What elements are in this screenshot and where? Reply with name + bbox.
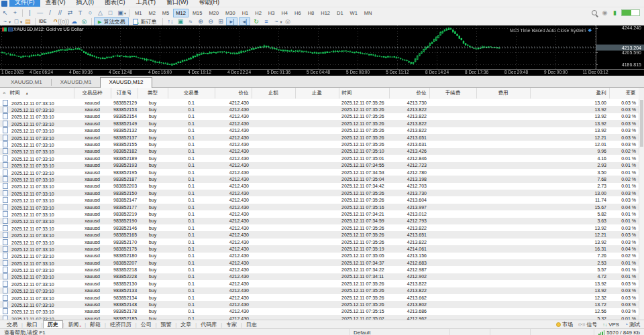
cursor-icon[interactable]: ↖ bbox=[0, 9, 10, 16]
menu-2[interactable]: 查看(V) bbox=[40, 0, 71, 7]
table-row[interactable]: 2025.12.11 07:33:10xauusd983852148buy0.1… bbox=[0, 301, 639, 308]
toolbox-tab-5[interactable]: 邮箱 bbox=[86, 321, 105, 328]
favorites-icon[interactable]: ◎ bbox=[282, 18, 292, 25]
table-row[interactable]: 2025.12.11 07:33:10xauusd983852134buy0.1… bbox=[0, 294, 639, 301]
menu-1[interactable]: 文件(F) bbox=[9, 0, 40, 7]
table-row[interactable]: 2025.12.11 07:33:10xauusd983852150buy0.1… bbox=[0, 190, 639, 196]
timeframe-m15[interactable]: M15 bbox=[190, 9, 205, 17]
column-header-volume[interactable]: 交易量 bbox=[168, 88, 215, 98]
table-row[interactable]: 2025.12.11 07:33:10xauusd983852146buy0.1… bbox=[0, 224, 639, 231]
column-header-close-price[interactable]: 价位 bbox=[389, 88, 429, 98]
vps-button[interactable]: ↑↓VPS bbox=[602, 322, 619, 328]
timeframe-d1[interactable]: D1 bbox=[334, 9, 346, 17]
toolbox-tab-9[interactable]: 文章 bbox=[176, 321, 195, 328]
table-row[interactable]: 2025.12.11 07:33:10xauusd983852193buy0.1… bbox=[0, 162, 639, 169]
tester-button[interactable]: ◔测试 bbox=[625, 321, 640, 328]
table-row[interactable]: 2025.12.11 07:33:10xauusd983852203buy0.1… bbox=[0, 183, 639, 190]
table-row[interactable]: 2025.12.11 07:33:10xauusd983852129buy0.1… bbox=[0, 99, 639, 106]
timeframe-m30[interactable]: M30 bbox=[223, 9, 238, 17]
table-row[interactable]: 2025.12.11 07:33:10xauusd983852182buy0.1… bbox=[0, 148, 639, 155]
table-row[interactable]: 2025.12.11 07:33:10xauusd983852195buy0.1… bbox=[0, 169, 639, 176]
column-header-symbol[interactable]: 交易品种 bbox=[74, 88, 111, 98]
zoom-out-icon[interactable]: ⊖ bbox=[205, 18, 215, 25]
object-list-icon[interactable]: ≡ bbox=[261, 18, 271, 25]
zoom-in-icon[interactable]: ⊕ bbox=[195, 18, 205, 25]
table-row[interactable]: 2025.12.11 07:33:10xauusd983852175buy0.1… bbox=[0, 245, 639, 252]
toolbox-tab-3[interactable]: 历史 bbox=[43, 320, 63, 328]
column-header-commission[interactable]: 手续费 bbox=[429, 88, 476, 98]
timeframe-m20[interactable]: M20 bbox=[206, 9, 221, 17]
toolbox-tab-2[interactable]: 敞口 bbox=[23, 321, 42, 328]
table-row[interactable]: 2025.12.11 07:33:10xauusd983852207buy0.1… bbox=[0, 259, 639, 266]
dropdown-caret-icon[interactable]: ▾ bbox=[124, 11, 126, 15]
table-row[interactable]: 2025.12.11 07:33:10xauusd983852154buy0.1… bbox=[0, 113, 639, 120]
signal-broadcast-icon[interactable]: ((o)) bbox=[58, 18, 69, 25]
ea-icon[interactable]: ◆ bbox=[588, 27, 592, 33]
chart-tab-1[interactable]: XAUUSD,M1 bbox=[2, 77, 51, 87]
column-header-close-time[interactable]: 时间 bbox=[339, 88, 389, 98]
profile-name[interactable]: Default bbox=[349, 329, 449, 335]
dropdown-caret-icon[interactable]: ▾ bbox=[9, 19, 11, 24]
toolbox-tab-6[interactable]: 经济日历 bbox=[106, 321, 136, 328]
toolbox-tab-12[interactable]: 日志 bbox=[242, 321, 261, 328]
grid-icon[interactable]: ⊞ bbox=[215, 18, 225, 25]
table-row[interactable]: 2025.12.11 07:33:10xauusd983852170buy0.1… bbox=[0, 239, 639, 245]
table-row[interactable]: 2025.12.11 07:33:10xauusd983852187buy0.1… bbox=[0, 176, 639, 182]
timeframe-w1[interactable]: W1 bbox=[347, 9, 360, 17]
table-row[interactable]: 2025.12.11 07:33:10xauusd983852153buy0.1… bbox=[0, 106, 639, 113]
table-row[interactable]: 2025.12.11 07:33:10xauusd983852219buy0.1… bbox=[0, 210, 639, 217]
toolbox-tab-1[interactable]: 交易 bbox=[3, 321, 21, 328]
table-row[interactable]: 2025.12.11 07:33:10xauusd983852133buy0.1… bbox=[0, 287, 639, 294]
timeframe-h2[interactable]: H2 bbox=[252, 9, 264, 17]
toolbox-tab-7[interactable]: 公司 bbox=[137, 321, 156, 328]
dropdown-caret-icon[interactable]: ▾ bbox=[280, 19, 282, 24]
timeframe-h8[interactable]: H8 bbox=[305, 9, 317, 17]
timeframe-m1[interactable]: M1 bbox=[132, 9, 144, 17]
timeframe-mn[interactable]: MN bbox=[362, 9, 375, 17]
dropdown-caret-icon[interactable]: ▾ bbox=[20, 19, 22, 24]
menu-6[interactable]: 窗口(W) bbox=[161, 0, 194, 7]
table-row[interactable]: 2025.12.11 07:33:10xauusd983852132buy0.1… bbox=[0, 127, 639, 134]
equidistant-channel-icon[interactable]: ⇄ bbox=[65, 9, 75, 16]
close-panel-icon[interactable]: × bbox=[3, 90, 6, 96]
crosshair-icon[interactable]: + bbox=[10, 9, 20, 16]
column-header-order[interactable]: 订单号 bbox=[111, 88, 138, 98]
market-button[interactable]: 市场 bbox=[556, 321, 573, 328]
table-row[interactable]: 2025.12.11 07:33:10xauusd983852190buy0.1… bbox=[0, 218, 639, 224]
timeframe-m2[interactable]: M2 bbox=[146, 9, 158, 17]
horizontal-line-icon[interactable]: — bbox=[35, 9, 45, 16]
text-icon[interactable]: T bbox=[75, 9, 85, 16]
chart-tab-3[interactable]: XAUUSD,M12 bbox=[100, 77, 152, 88]
zigzag-icon[interactable]: ≈ bbox=[185, 18, 195, 25]
tile-windows-icon[interactable]: ▤ bbox=[23, 18, 33, 25]
column-header-change[interactable]: 变更 bbox=[609, 88, 639, 98]
toolbox-tab-11[interactable]: 专家 bbox=[222, 321, 241, 328]
timeframe-h12[interactable]: H12 bbox=[318, 9, 333, 17]
chart-area[interactable]: XAUUSD,M12: Gold vs US Dollar M15 Time B… bbox=[0, 25, 644, 76]
column-header-tp[interactable]: 止盈 bbox=[295, 88, 339, 98]
column-header-sl[interactable]: 止损 bbox=[252, 88, 295, 98]
column-header-profit[interactable]: 盈利 bbox=[530, 88, 609, 98]
table-row[interactable]: 2025.12.11 07:33:10xauusd983852185buy0.1… bbox=[0, 315, 639, 320]
toolbox-tab-10[interactable]: 代码库 bbox=[197, 321, 221, 328]
table-row[interactable]: 2025.12.11 07:33:10xauusd983852149buy0.1… bbox=[0, 120, 639, 127]
trendline-icon[interactable]: / bbox=[45, 9, 55, 16]
new-order-button[interactable]: 新订单 bbox=[129, 17, 160, 26]
column-header-open-price[interactable]: 价位 bbox=[215, 88, 252, 98]
menu-7[interactable]: 帮助(H) bbox=[194, 0, 225, 7]
menu-5[interactable]: 工具(T) bbox=[131, 0, 162, 7]
table-row[interactable]: 2025.12.11 07:33:10xauusd983852180buy0.1… bbox=[0, 253, 639, 259]
table-row[interactable]: 2025.12.11 07:33:10xauusd983852189buy0.1… bbox=[0, 155, 639, 161]
table-row[interactable]: 2025.12.11 07:33:10xauusd983852137buy0.1… bbox=[0, 134, 639, 141]
table-row[interactable]: 2025.12.11 07:33:10xauusd983852130buy0.1… bbox=[0, 280, 639, 287]
search-icon[interactable] bbox=[592, 10, 597, 15]
ellipse-icon[interactable]: ○ bbox=[85, 9, 95, 16]
community-user-icon[interactable]: ◉ bbox=[600, 9, 610, 16]
table-row[interactable]: 2025.12.11 07:33:10xauusd983852165buy0.1… bbox=[0, 231, 639, 238]
toolbox-tab-8[interactable]: 预警 bbox=[156, 321, 175, 328]
cloud-icon[interactable]: ☁ bbox=[69, 18, 79, 25]
toolbox-tab-4[interactable]: 新闻„ bbox=[64, 321, 85, 328]
timeframe-h6[interactable]: H6 bbox=[292, 9, 304, 17]
table-row[interactable]: 2025.12.11 07:33:10xauusd983852218buy0.1… bbox=[0, 266, 639, 273]
vertical-scrollbar[interactable] bbox=[639, 99, 644, 320]
